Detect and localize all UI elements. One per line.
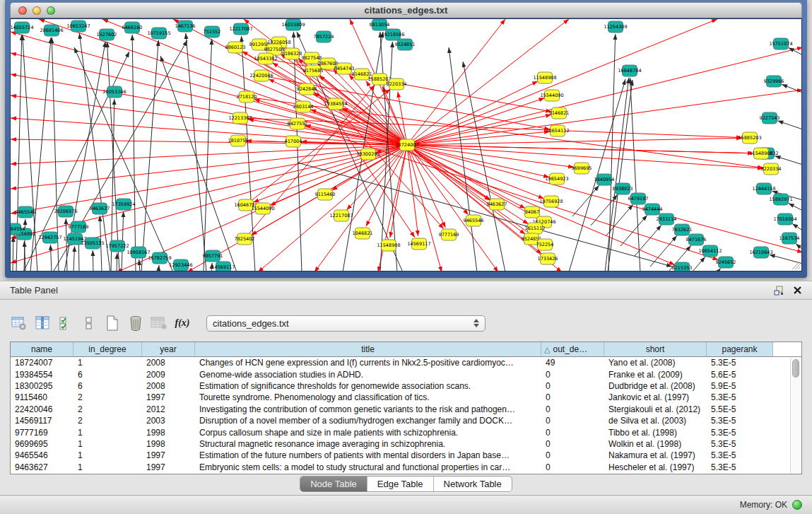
- graph-node[interactable]: 11254309: [604, 21, 627, 33]
- network-graph[interactable]: 1405572420691406106532471527602646616010…: [11, 19, 802, 271]
- table-selector-dropdown[interactable]: citations_edges.txt: [206, 315, 486, 332]
- memory-ok-indicator-icon[interactable]: [792, 500, 802, 510]
- merge-tables-button[interactable]: [80, 314, 98, 332]
- graph-node[interactable]: 14055724: [11, 22, 34, 33]
- graph-node[interactable]: 12217087: [229, 23, 252, 35]
- graph-node[interactable]: 9474444: [642, 204, 663, 215]
- graph-node[interactable]: 1046821: [353, 228, 373, 239]
- table-row[interactable]: 911546021997Tourette syndrome. Phenomeno…: [11, 392, 801, 403]
- table-row[interactable]: 1872400712008Changes of HCN gene express…: [11, 357, 801, 368]
- function-builder-button[interactable]: f(x): [173, 314, 192, 332]
- graph-node[interactable]: 8220334: [761, 163, 782, 175]
- graph-node[interactable]: 751552: [204, 26, 221, 37]
- graph-node[interactable]: 9699695: [572, 163, 592, 174]
- column-header-in_degree[interactable]: in_degree: [73, 342, 142, 356]
- table-row[interactable]: 946554611997Estimation of the future num…: [11, 450, 801, 461]
- graph-node[interactable]: 1810755: [228, 135, 249, 146]
- graph-node[interactable]: 9857791: [203, 250, 223, 262]
- graph-node[interactable]: 20053346: [102, 86, 126, 98]
- graph-node[interactable]: 6479197: [628, 193, 649, 204]
- close-panel-icon[interactable]: [793, 286, 802, 295]
- graph-node[interactable]: 8471676: [686, 234, 707, 245]
- graph-node[interactable]: 9115460: [315, 189, 336, 200]
- graph-node[interactable]: 11548908: [377, 240, 400, 251]
- table-row[interactable]: 1938455462009Genome-wide association stu…: [11, 368, 801, 380]
- graph-node[interactable]: 8938923: [613, 183, 633, 194]
- graph-node[interactable]: 1527602: [97, 29, 117, 40]
- table-row[interactable]: 1830029562008Estimation of significance …: [11, 380, 801, 392]
- column-header-short[interactable]: short: [604, 342, 707, 356]
- table-row[interactable]: 969969511998Structural magnetic resonanc…: [11, 438, 801, 450]
- graph-node[interactable]: 10958167: [126, 247, 150, 258]
- graph-node[interactable]: 2933114: [657, 214, 677, 225]
- graph-node[interactable]: 8427552: [288, 118, 308, 129]
- tab-node-table[interactable]: Node Table: [300, 477, 367, 491]
- graph-node[interactable]: 19756928: [539, 196, 563, 207]
- graph-node[interactable]: 17957222: [105, 240, 129, 252]
- graph-node[interactable]: 15885203: [738, 132, 761, 144]
- float-panel-icon[interactable]: [773, 285, 784, 296]
- graph-node[interactable]: 7825402: [235, 233, 255, 245]
- delete-entries-button[interactable]: [126, 314, 145, 332]
- graph-node[interactable]: 7857224: [314, 31, 334, 42]
- graph-node[interactable]: 1840954: [594, 174, 615, 185]
- graph-node[interactable]: 9777169: [439, 229, 459, 240]
- graph-node[interactable]: 1467136: [175, 21, 196, 32]
- show-columns-button[interactable]: [33, 314, 52, 332]
- graph-node[interactable]: 16648784: [618, 65, 641, 76]
- graph-node[interactable]: 7632621: [672, 224, 693, 235]
- graph-node[interactable]: 20206576: [54, 206, 77, 217]
- graph-node[interactable]: 14569117: [407, 238, 430, 250]
- graph-node[interactable]: 8220334: [387, 78, 407, 90]
- graph-node[interactable]: 9463627: [90, 203, 110, 214]
- table-row[interactable]: 977716911998Corpus callosum shape and si…: [11, 426, 801, 438]
- column-header-name[interactable]: name: [11, 342, 73, 356]
- graph-node[interactable]: 84067: [525, 206, 540, 218]
- graph-node[interactable]: 12444158: [752, 183, 775, 194]
- column-header-out_degree[interactable]: △out_de…: [541, 342, 604, 356]
- graph-node[interactable]: 16782759: [148, 252, 171, 264]
- tab-network-table[interactable]: Network Table: [434, 477, 512, 491]
- graph-node[interactable]: 10719155: [147, 28, 170, 39]
- graph-node[interactable]: 1615112: [525, 223, 546, 234]
- table-row[interactable]: 1456911722003Disruption of a novel membe…: [11, 415, 801, 426]
- graph-node[interactable]: 17016504: [773, 214, 796, 225]
- graph-node[interactable]: 6466160: [122, 22, 143, 33]
- graph-node[interactable]: 1733426: [538, 253, 558, 264]
- graph-node[interactable]: 8215353: [672, 262, 693, 271]
- graph-node[interactable]: 2803144: [293, 101, 314, 112]
- graph-node[interactable]: 417004: [285, 136, 302, 147]
- graph-node[interactable]: 12213363: [228, 112, 252, 124]
- column-header-year[interactable]: year: [142, 342, 195, 356]
- graph-node[interactable]: 9329966: [764, 76, 784, 87]
- graph-node[interactable]: 2718120: [237, 91, 257, 103]
- graph-node[interactable]: 12923446: [169, 259, 192, 271]
- table-scrollbar[interactable]: [790, 358, 801, 474]
- network-canvas[interactable]: 1405572420691406106532471527602646616010…: [10, 18, 802, 271]
- table-settings-button[interactable]: [10, 314, 28, 332]
- graph-node[interactable]: 752254: [536, 239, 554, 250]
- window-titlebar[interactable]: citations_edges.txt: [10, 2, 802, 18]
- graph-node[interactable]: 12217087: [329, 210, 353, 221]
- graph-node[interactable]: 1167534: [779, 233, 800, 244]
- table-row[interactable]: 946362711997Embryonic stem cells: a mode…: [11, 462, 801, 473]
- graph-node[interactable]: 9465546: [16, 206, 36, 218]
- graph-node[interactable]: 14569117: [211, 262, 235, 271]
- graph-node[interactable]: 9227343: [760, 112, 780, 124]
- column-header-pagerank[interactable]: pagerank: [707, 342, 773, 356]
- graph-node[interactable]: 9777169: [69, 221, 89, 233]
- graph-node[interactable]: 8186328: [282, 48, 302, 59]
- graph-node[interactable]: 9524851: [395, 39, 416, 50]
- select-rows-button[interactable]: [57, 314, 75, 332]
- graph-node[interactable]: 9465546: [464, 215, 484, 226]
- graph-node[interactable]: 9463627: [487, 199, 507, 210]
- graph-node[interactable]: 8813054: [370, 19, 390, 30]
- graph-node[interactable]: 16033809: [281, 19, 305, 30]
- graph-node[interactable]: 9245652: [716, 257, 736, 268]
- graph-node[interactable]: 9146821: [549, 107, 570, 119]
- tab-edge-table[interactable]: Edge Table: [367, 477, 434, 491]
- new-document-button[interactable]: [103, 314, 122, 332]
- graph-node[interactable]: 10654112: [546, 125, 569, 136]
- table-row[interactable]: 2242004622012Investigating the contribut…: [11, 404, 801, 415]
- graph-node[interactable]: 8860123: [225, 42, 246, 53]
